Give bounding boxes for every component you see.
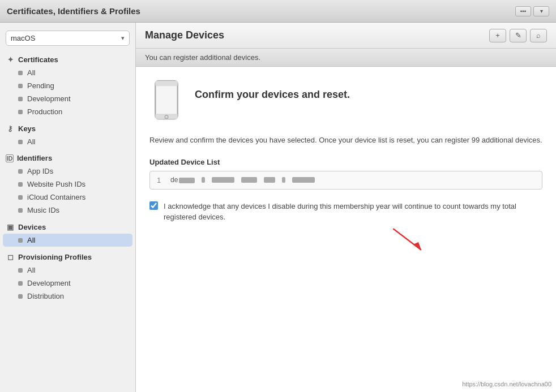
device-num: 1: [157, 176, 166, 184]
sidebar-section-provisioning-label: Provisioning Profiles: [18, 253, 92, 261]
sidebar-item-appids[interactable]: App IDs: [0, 165, 135, 178]
sidebar-section-identifiers-header[interactable]: ID Identifiers: [0, 150, 135, 165]
sidebar-section-devices: ▣ Devices All: [0, 219, 135, 247]
acknowledge-checkbox[interactable]: [149, 201, 158, 210]
window-dropdown[interactable]: ▾: [533, 6, 549, 16]
sidebar-item-prov-all[interactable]: All: [0, 264, 135, 277]
svg-rect-0: [155, 80, 177, 119]
dot-icon: [18, 84, 23, 88]
titlebar: Certificates, Identifiers & Profiles ▪▪▪…: [0, 0, 556, 23]
arrow-icon: [393, 229, 427, 251]
confirm-title: Confirm your devices and reset.: [195, 78, 350, 101]
arrow-indicator: [149, 234, 542, 251]
id-icon: ID: [6, 154, 14, 162]
updated-device-list-label: Updated Device List: [149, 158, 542, 166]
sidebar-item-cert-development[interactable]: Development: [0, 92, 135, 105]
device-phone-icon: [149, 78, 183, 123]
content-header-actions: + ✎ ⌕: [489, 29, 547, 42]
cert-icon: ✦: [6, 55, 15, 64]
sidebar-section-certificates-label: Certificates: [18, 55, 58, 64]
dot-icon: [18, 208, 23, 213]
content-header: Manage Devices + ✎ ⌕: [136, 23, 556, 49]
table-row: 1 de: [150, 171, 542, 189]
device-name-text: de: [170, 176, 196, 184]
window-controls[interactable]: ▪▪▪: [515, 6, 531, 16]
dot-icon: [18, 238, 23, 243]
dot-icon: [18, 195, 23, 200]
info-banner-text: You can register additional devices.: [145, 53, 260, 62]
sidebar-section-identifiers-label: Identifiers: [17, 154, 52, 162]
add-device-button[interactable]: +: [489, 29, 506, 42]
watermark: https://blog.csdn.net/lovachna00: [462, 381, 551, 387]
dot-icon: [18, 140, 23, 144]
sidebar: macOS ▾ ✦ Certificates All Pending Devel…: [0, 23, 136, 392]
prov-icon: ◻: [6, 252, 15, 261]
dot-icon: [18, 110, 23, 114]
dot-icon: [18, 294, 23, 299]
dot-icon: [18, 97, 23, 101]
content-area: Manage Devices + ✎ ⌕ You can register ad…: [136, 23, 556, 392]
sidebar-item-cert-pending[interactable]: Pending: [0, 79, 135, 92]
svg-marker-5: [413, 242, 421, 250]
sidebar-item-devices-all[interactable]: All: [3, 234, 132, 247]
sidebar-item-cert-production[interactable]: Production: [0, 105, 135, 118]
sidebar-section-keys-header[interactable]: ⚷ Keys: [0, 120, 135, 135]
sidebar-section-provisioning-header[interactable]: ◻ Provisioning Profiles: [0, 249, 135, 264]
sidebar-item-websitepushids[interactable]: Website Push IDs: [0, 178, 135, 191]
dot-icon: [18, 268, 23, 273]
info-banner: You can register additional devices.: [136, 49, 556, 67]
sidebar-section-identifiers: ID Identifiers App IDs Website Push IDs …: [0, 150, 135, 217]
sidebar-item-prov-development[interactable]: Development: [0, 277, 135, 290]
key-icon: ⚷: [6, 124, 15, 133]
dot-icon: [18, 169, 23, 174]
sidebar-item-cert-all[interactable]: All: [0, 66, 135, 79]
device-table: 1 de: [149, 171, 542, 189]
chevron-down-icon: ▾: [121, 35, 125, 42]
sidebar-section-certificates-header[interactable]: ✦ Certificates: [0, 51, 135, 66]
dot-icon: [18, 281, 23, 286]
content-body: Confirm your devices and reset. Review a…: [136, 67, 556, 392]
confirm-description: Review and confirm the devices you have …: [149, 135, 542, 147]
sidebar-item-icloudcontainers[interactable]: iCloud Containers: [0, 191, 135, 204]
sidebar-item-musicids[interactable]: Music IDs: [0, 204, 135, 217]
dot-icon: [18, 182, 23, 187]
sidebar-section-devices-label: Devices: [18, 223, 46, 231]
sidebar-section-devices-header[interactable]: ▣ Devices: [0, 219, 135, 234]
svg-rect-1: [155, 80, 177, 85]
dot-icon: [18, 71, 23, 75]
acknowledge-text: I acknowledge that any devices I disable…: [164, 201, 542, 223]
app-title: Certificates, Identifiers & Profiles: [7, 6, 140, 16]
sidebar-item-prov-distribution[interactable]: Distribution: [0, 290, 135, 303]
sidebar-section-keys-label: Keys: [18, 124, 36, 133]
edit-device-button[interactable]: ✎: [510, 29, 527, 42]
sidebar-section-provisioning: ◻ Provisioning Profiles All Development …: [0, 249, 135, 303]
titlebar-controls: ▪▪▪ ▾: [515, 6, 549, 16]
devices-section-icon: ▣: [6, 222, 15, 231]
confirm-header: Confirm your devices and reset.: [149, 78, 542, 123]
main-layout: macOS ▾ ✦ Certificates All Pending Devel…: [0, 23, 556, 392]
sidebar-item-keys-all[interactable]: All: [0, 135, 135, 148]
sidebar-section-keys: ⚷ Keys All: [0, 120, 135, 148]
platform-dropdown-label: macOS: [11, 34, 121, 42]
content-title: Manage Devices: [145, 29, 224, 41]
search-device-button[interactable]: ⌕: [530, 29, 547, 42]
acknowledge-row: I acknowledge that any devices I disable…: [149, 201, 542, 223]
sidebar-section-certificates: ✦ Certificates All Pending Development P…: [0, 51, 135, 118]
platform-dropdown[interactable]: macOS ▾: [6, 31, 130, 46]
